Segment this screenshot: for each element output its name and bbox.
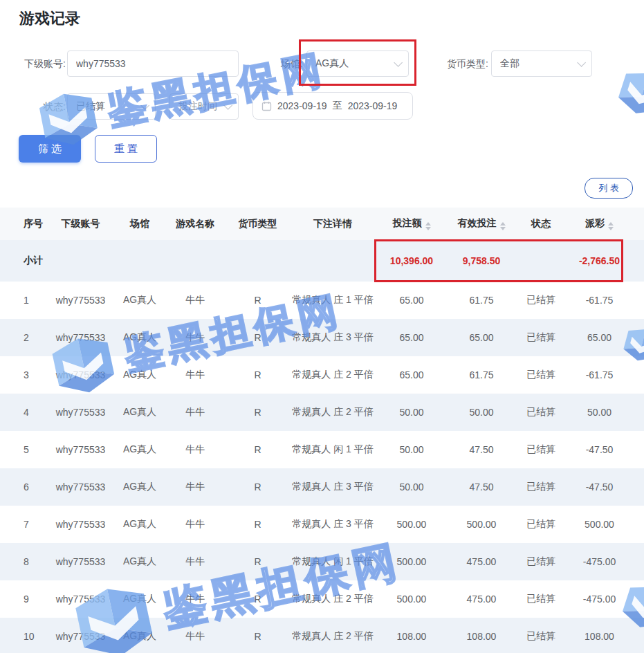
cell-payout: -61.75: [569, 295, 630, 306]
table-header-row: 序号 下级账号 场馆 游戏名称 货币类型 下注详情 投注额 有效投注 状态 派彩: [0, 208, 644, 240]
page-title: 游戏记录: [19, 8, 80, 29]
cell-game: 牛牛: [167, 294, 223, 306]
sort-icon[interactable]: [425, 222, 431, 230]
cell-game: 牛牛: [167, 593, 223, 605]
cell-no: 10: [21, 631, 48, 642]
cell-account: why775533: [48, 556, 113, 567]
date-range-picker[interactable]: 2023-09-19 至 2023-09-19: [252, 92, 413, 120]
currency-label: 货币类型:: [411, 50, 488, 77]
subtotal-label: 小计: [21, 255, 48, 267]
cell-game: 牛牛: [167, 331, 223, 344]
cell-currency: R: [223, 556, 292, 567]
status-select[interactable]: 已结算: [67, 93, 156, 120]
date-separator: 至: [333, 100, 342, 112]
cell-bet-amount: 65.00: [374, 332, 450, 343]
cell-bet-amount: 50.00: [374, 444, 450, 455]
header-venue[interactable]: 场馆: [113, 218, 167, 230]
cell-account: why775533: [48, 295, 113, 306]
chevron-down-icon: [140, 101, 149, 110]
cell-status: 已结算: [513, 443, 569, 456]
cell-account: why775533: [48, 481, 113, 493]
header-payout[interactable]: 派彩: [569, 217, 630, 230]
account-label: 下级账号:: [0, 50, 66, 77]
cell-no: 5: [21, 444, 48, 455]
list-view-button[interactable]: 列 表: [585, 178, 633, 199]
account-input[interactable]: [67, 50, 239, 77]
cell-bet-amount: 65.00: [374, 295, 450, 306]
cell-detail: 常规真人 庄 2 平倍: [292, 593, 374, 605]
cell-valid-bet: 61.75: [450, 369, 513, 380]
cell-valid-bet: 500.00: [450, 519, 513, 530]
cell-no: 7: [21, 519, 48, 530]
cell-currency: R: [223, 332, 292, 343]
cell-venue: AG真人: [113, 443, 167, 456]
cell-valid-bet: 47.50: [450, 444, 513, 455]
cell-account: why775533: [48, 407, 113, 418]
table-row[interactable]: 8 why775533 AG真人 牛牛 R 常规真人 闲 1 平倍 500.00…: [0, 543, 644, 580]
cell-detail: 常规真人 庄 2 平倍: [292, 406, 374, 419]
reset-button[interactable]: 重 置: [95, 135, 157, 163]
cell-currency: R: [223, 519, 292, 530]
table-row[interactable]: 1 why775533 AG真人 牛牛 R 常规真人 庄 1 平倍 65.00 …: [0, 282, 644, 319]
filter-button[interactable]: 筛 选: [19, 135, 81, 163]
venue-select[interactable]: AG真人: [306, 50, 409, 77]
table-row[interactable]: 3 why775533 AG真人 牛牛 R 常规真人 庄 2 平倍 65.00 …: [0, 356, 644, 394]
cell-status: 已结算: [513, 369, 569, 381]
cell-payout: -61.75: [569, 369, 630, 380]
table-row[interactable]: 9 why775533 AG真人 牛牛 R 常规真人 庄 2 平倍 500.00…: [0, 580, 644, 618]
sort-icon[interactable]: [608, 222, 614, 230]
cell-valid-bet: 50.00: [450, 407, 513, 418]
cell-detail: 常规真人 闲 1 平倍: [292, 555, 374, 568]
chevron-down-icon: [394, 58, 403, 67]
subtotal-row: 小计 10,396.00 9,758.50 -2,766.50: [0, 240, 644, 282]
header-valid-bet[interactable]: 有效投注: [450, 217, 513, 230]
cell-detail: 常规真人 庄 2 平倍: [292, 630, 374, 643]
table-row[interactable]: 7 why775533 AG真人 牛牛 R 常规真人 庄 3 平倍 500.00…: [0, 506, 644, 543]
cell-detail: 常规真人 庄 1 平倍: [292, 294, 374, 306]
cell-currency: R: [223, 481, 292, 493]
header-detail[interactable]: 下注详情: [292, 218, 374, 230]
cell-detail: 常规真人 庄 3 平倍: [292, 481, 374, 493]
cell-status: 已结算: [513, 555, 569, 568]
cell-bet-amount: 500.00: [374, 519, 450, 530]
cell-status: 已结算: [513, 331, 569, 344]
cell-valid-bet: 475.00: [450, 556, 513, 567]
calendar-icon: [261, 101, 272, 111]
time-type-select[interactable]: 投注时间: [169, 93, 239, 120]
sort-icon[interactable]: [500, 222, 506, 230]
chevron-down-icon: [577, 58, 586, 67]
venue-select-value: AG真人: [315, 57, 394, 70]
table-row[interactable]: 5 why775533 AG真人 牛牛 R 常规真人 闲 1 平倍 50.00 …: [0, 431, 644, 468]
cell-currency: R: [223, 631, 292, 642]
chevron-down-icon: [223, 101, 232, 110]
cell-payout: 500.00: [569, 519, 630, 530]
cell-game: 牛牛: [167, 443, 223, 456]
status-label: 状态:: [17, 93, 66, 120]
cell-detail: 常规真人 庄 3 平倍: [292, 331, 374, 344]
cell-payout: 108.00: [569, 631, 630, 642]
cell-game: 牛牛: [167, 406, 223, 419]
game-records-page: 游戏记录 下级账号: 场馆: AG真人 货币类型: 全部 状态: 已结算 投注时…: [0, 0, 644, 653]
cell-payout: -475.00: [569, 594, 630, 605]
table-row[interactable]: 2 why775533 AG真人 牛牛 R 常规真人 庄 3 平倍 65.00 …: [0, 319, 644, 356]
cell-bet-amount: 50.00: [374, 407, 450, 418]
header-status[interactable]: 状态: [513, 218, 569, 230]
table-row[interactable]: 10 why775533 AG真人 牛牛 R 常规真人 庄 2 平倍 108.0…: [0, 618, 644, 653]
header-account[interactable]: 下级账号: [48, 218, 113, 230]
cell-account: why775533: [48, 594, 113, 605]
cell-status: 已结算: [513, 481, 569, 493]
cell-status: 已结算: [513, 518, 569, 531]
cell-no: 1: [21, 295, 48, 306]
cell-valid-bet: 61.75: [450, 295, 513, 306]
cell-game: 牛牛: [167, 555, 223, 568]
header-game[interactable]: 游戏名称: [167, 218, 223, 230]
cell-currency: R: [223, 369, 292, 380]
table-row[interactable]: 4 why775533 AG真人 牛牛 R 常规真人 庄 2 平倍 50.00 …: [0, 394, 644, 431]
header-bet-amount[interactable]: 投注额: [374, 217, 450, 230]
header-currency[interactable]: 货币类型: [223, 218, 292, 230]
cell-bet-amount: 50.00: [374, 481, 450, 493]
currency-select[interactable]: 全部: [491, 50, 592, 77]
header-no[interactable]: 序号: [21, 218, 48, 230]
table-row[interactable]: 6 why775533 AG真人 牛牛 R 常规真人 庄 3 平倍 50.00 …: [0, 468, 644, 506]
cell-no: 2: [21, 332, 48, 343]
